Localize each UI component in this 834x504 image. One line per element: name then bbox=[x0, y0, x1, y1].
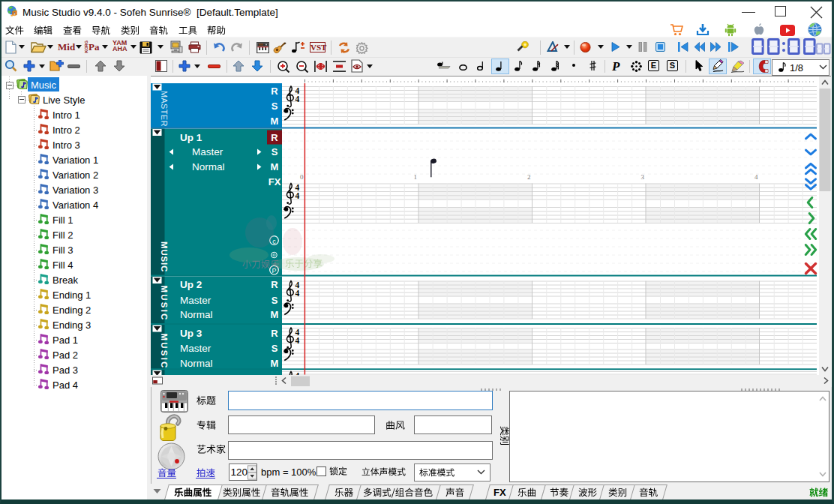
svg-text:Normal: Normal bbox=[180, 309, 213, 320]
svg-text:S: S bbox=[272, 343, 278, 354]
svg-text:3: 3 bbox=[641, 173, 645, 181]
svg-text:Master: Master bbox=[180, 295, 212, 306]
svg-text:4: 4 bbox=[754, 173, 758, 181]
svg-text:R: R bbox=[271, 86, 278, 97]
svg-text:Master: Master bbox=[192, 146, 224, 158]
svg-text:MUSIC: MUSIC bbox=[160, 242, 169, 272]
svg-text:4: 4 bbox=[296, 94, 300, 104]
svg-text:4: 4 bbox=[296, 289, 300, 298]
svg-text:MUSIC: MUSIC bbox=[160, 334, 169, 370]
svg-text:S: S bbox=[272, 100, 278, 112]
svg-text:Up 3: Up 3 bbox=[180, 328, 202, 339]
svg-text:S: S bbox=[272, 295, 278, 306]
svg-text:4: 4 bbox=[296, 191, 300, 200]
svg-text:R: R bbox=[271, 132, 278, 143]
svg-text:c: c bbox=[272, 238, 276, 245]
svg-text:1: 1 bbox=[414, 173, 418, 181]
svg-text:4: 4 bbox=[296, 336, 300, 345]
svg-text:M: M bbox=[271, 309, 279, 320]
svg-text:Up 2: Up 2 bbox=[180, 279, 202, 290]
svg-text:Master: Master bbox=[180, 343, 212, 354]
svg-text:Pa: Pa bbox=[88, 41, 100, 52]
svg-text:M: M bbox=[271, 358, 279, 369]
svg-text:FX: FX bbox=[268, 176, 281, 188]
svg-text:M: M bbox=[271, 161, 279, 172]
svg-text:M: M bbox=[271, 116, 279, 127]
svg-text:S: S bbox=[272, 146, 278, 158]
svg-text:2: 2 bbox=[527, 173, 531, 181]
svg-text:Normal: Normal bbox=[192, 161, 225, 172]
svg-text:R: R bbox=[271, 328, 278, 339]
svg-text:Normal: Normal bbox=[180, 358, 213, 369]
svg-text:R: R bbox=[271, 279, 278, 290]
svg-text:0: 0 bbox=[300, 173, 304, 181]
svg-text:Up 1: Up 1 bbox=[180, 132, 202, 143]
svg-text:MUSIC: MUSIC bbox=[160, 286, 169, 322]
svg-text:MASTER: MASTER bbox=[160, 91, 169, 127]
